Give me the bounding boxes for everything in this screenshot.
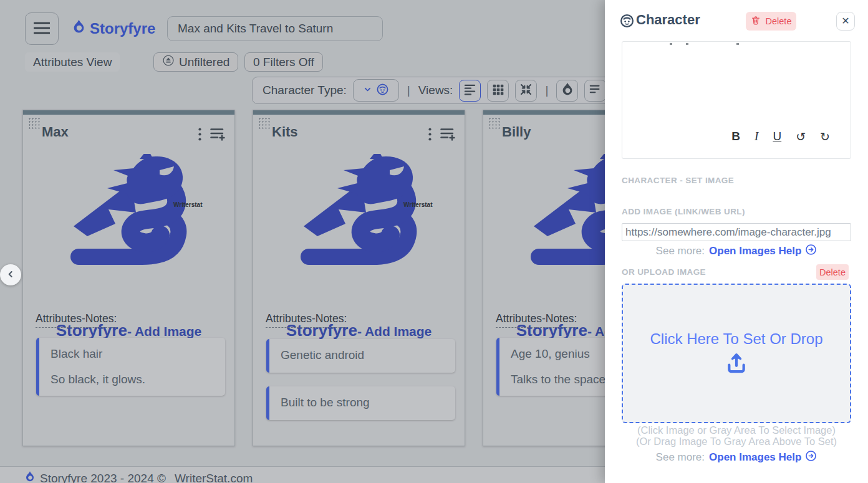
drag-handle-icon[interactable] [28, 117, 40, 129]
attributes-notes-label[interactable]: Attributes-Notes: [36, 312, 117, 328]
italic-button[interactable]: I [755, 130, 758, 143]
footer-copyright: Storyfyre 2023 - 2024 © [40, 472, 166, 483]
note-item[interactable]: Black hair So black, it glows. [36, 338, 225, 396]
playlist-add-icon[interactable] [210, 128, 226, 143]
image-url-input[interactable] [622, 223, 851, 241]
view-toolbar: Character Type: | Views: [252, 77, 663, 104]
dropzone-caption-1: (Click Image or Gray Area To Select Imag… [605, 424, 868, 436]
close-panel-button[interactable]: ✕ [836, 12, 855, 31]
list-view-icon [463, 83, 476, 98]
clipped-text-fragment [686, 43, 688, 45]
storyfyre-dragon-logo [53, 154, 209, 279]
note-item[interactable]: Genetic android [266, 339, 455, 373]
add-image-url-label: ADD IMAGE (LINK/WEB URL) [622, 207, 745, 216]
open-images-help-link[interactable]: Open Images Help [709, 450, 817, 465]
dropzone-text: Click Here To Set Or Drop [623, 330, 850, 348]
app-logo-text: Storyfyre [90, 20, 155, 37]
kebab-menu-icon[interactable] [198, 128, 201, 143]
toolbar-divider: | [543, 84, 550, 97]
hamburger-icon [34, 22, 50, 36]
redo-button[interactable]: ↻ [820, 130, 830, 143]
footer-site-link[interactable]: WriterStat.com [175, 472, 253, 483]
playlist-add-icon[interactable] [440, 128, 456, 143]
clipped-text-fragment [736, 43, 739, 45]
kebab-menu-icon[interactable] [428, 128, 432, 143]
bold-button[interactable]: B [731, 130, 740, 143]
upload-icon [723, 350, 750, 377]
attributes-view-label: Attributes View [25, 52, 120, 72]
filters-off-button[interactable]: 0 Filters Off [244, 52, 323, 72]
grid-view-button[interactable] [487, 80, 509, 102]
toolbar-divider: | [405, 84, 412, 97]
delete-character-button[interactable]: Delete [746, 12, 796, 31]
grid-view-icon [492, 84, 504, 98]
editor-toolbar: B I U ↺ ↻ [731, 130, 830, 143]
story-title-field[interactable]: Max and Kits Travel to Saturn [167, 16, 383, 41]
character-face-icon [376, 83, 389, 98]
underline-button[interactable]: U [773, 130, 781, 143]
delete-uploaded-image-button[interactable]: Delete [816, 264, 849, 280]
drag-handle-icon[interactable] [258, 117, 270, 129]
panel-header: Character Delete ✕ [605, 0, 868, 41]
scroll-left-button[interactable] [0, 264, 21, 285]
attributes-notes-label[interactable]: Attributes-Notes: [266, 312, 347, 328]
watermark-text: Writerstat [173, 201, 203, 208]
image-dropzone[interactable]: Click Here To Set Or Drop [622, 284, 851, 423]
storyfyre-dragon-logo [283, 154, 439, 279]
app-logo[interactable]: Storyfyre [72, 19, 155, 39]
character-face-icon [619, 13, 635, 31]
watermark-text: Writerstat [403, 201, 433, 208]
panel-title: Character [636, 12, 700, 28]
unfiltered-filter-button[interactable]: Unfiltered [153, 52, 238, 72]
hamburger-menu-button[interactable] [25, 12, 59, 45]
or-upload-label: OR UPLOAD IMAGE [622, 267, 706, 277]
undo-button[interactable]: ↺ [796, 130, 806, 143]
character-card-max[interactable]: Max Writerstat [22, 110, 235, 446]
attributes-notes-label[interactable]: Attributes-Notes: [496, 312, 577, 328]
dropzone-caption-2: (Or Drag Image To Gray Area Above To Set… [605, 436, 868, 447]
flame-logo-icon [72, 19, 85, 39]
character-card-kits[interactable]: Kits Writerstat [253, 110, 465, 446]
chevron-down-icon [363, 85, 372, 96]
filter-circle-icon [162, 54, 175, 70]
card-top-bar [23, 110, 234, 115]
story-title-text: Max and Kits Travel to Saturn [178, 22, 333, 36]
character-type-label: Character Type: [263, 84, 347, 97]
flame-view-button[interactable] [556, 80, 578, 102]
rich-text-editor[interactable]: B I U ↺ ↻ [622, 41, 851, 159]
footer-flame-icon [25, 471, 35, 483]
see-more-row: See more: Open Images Help [605, 244, 868, 259]
character-type-dropdown[interactable] [353, 79, 399, 102]
card-placeholder-image[interactable]: Writerstat Storyfyre- Add Image [253, 154, 465, 300]
circle-arrow-right-icon [805, 450, 817, 465]
card-top-bar [253, 110, 465, 115]
drag-handle-icon[interactable] [488, 117, 500, 129]
trash-icon [751, 15, 761, 27]
arrows-minimize-icon [519, 83, 533, 98]
open-images-help-link[interactable]: Open Images Help [709, 244, 817, 259]
extra-view-button[interactable] [584, 80, 606, 102]
list-view-button[interactable] [459, 80, 481, 102]
list-extra-icon [589, 83, 602, 98]
card-title: Billy [502, 124, 531, 140]
set-image-section-label: CHARACTER - SET IMAGE [622, 176, 734, 185]
views-label: Views: [418, 84, 453, 97]
circle-arrow-right-icon [805, 244, 817, 259]
flame-icon [561, 82, 574, 98]
note-item[interactable]: Built to be strong [266, 386, 455, 420]
clipped-text-fragment [670, 43, 672, 45]
close-icon: ✕ [841, 16, 849, 26]
character-detail-panel: Character Delete ✕ B I U ↺ ↻ CHARACTER -… [605, 0, 868, 483]
collapse-view-button[interactable] [515, 80, 537, 102]
card-placeholder-image[interactable]: Writerstat Storyfyre- Add Image [23, 154, 234, 300]
card-title: Max [42, 124, 69, 140]
chevron-left-icon [6, 269, 16, 281]
see-more-row: See more: Open Images Help [605, 450, 868, 465]
card-title: Kits [272, 124, 298, 140]
